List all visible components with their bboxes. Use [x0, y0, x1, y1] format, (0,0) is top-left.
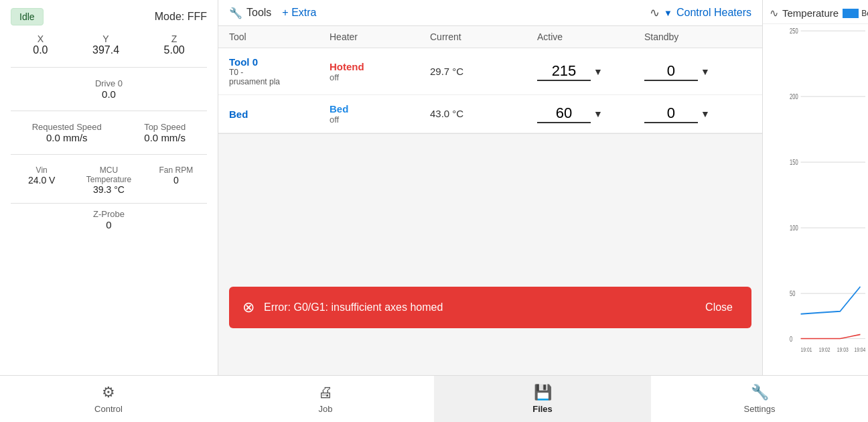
speed-section: Requested Speed 0.0 mm/s Top Speed 0.0 m… — [11, 122, 207, 143]
header-standby: Standby — [644, 31, 751, 42]
error-circle-icon: ⊗ — [242, 299, 255, 316]
hotend-name: Hotend — [330, 61, 430, 72]
hotend-standby-dropdown[interactable]: ▼ — [701, 66, 710, 77]
req-speed-value: 0.0 mm/s — [32, 132, 102, 143]
tool0-sub2: prusament pla — [229, 77, 330, 86]
vin-value: 24.0 V — [11, 175, 72, 186]
bed-tool-cell: Bed — [229, 109, 330, 120]
tool0-sub1: T0 - — [229, 68, 330, 77]
coord-x: X 0.0 — [33, 33, 48, 56]
nav-job[interactable]: 🖨 Job — [217, 376, 434, 422]
header-current: Current — [430, 31, 537, 42]
heater-table: Tool Heater Current Active Standby Tool … — [218, 26, 762, 134]
hotend-active-input[interactable] — [537, 62, 591, 81]
tools-label: Tools — [246, 7, 271, 19]
chart-icon: ∿ — [650, 5, 660, 20]
mcu-label: MCU Temperature — [78, 165, 139, 184]
status-badge: Idle — [11, 8, 44, 25]
files-icon: 💾 — [534, 384, 552, 401]
svg-text:19:01: 19:01 — [801, 346, 812, 353]
nav-control-label: Control — [94, 404, 123, 414]
drive-section: Drive 0 0.0 — [11, 78, 207, 100]
control-icon: ⚙ — [102, 384, 115, 401]
tools-section[interactable]: 🔧 Tools — [229, 7, 271, 19]
svg-text:50: 50 — [790, 290, 795, 297]
bed-standby-dropdown[interactable]: ▼ — [701, 109, 710, 119]
bed-tool-name[interactable]: Bed — [229, 109, 330, 120]
toolbar: 🔧 Tools + Extra ∿ ▼ Control Heaters — [218, 0, 762, 26]
close-error-button[interactable]: Close — [700, 299, 738, 316]
extra-section[interactable]: + Extra — [282, 7, 316, 19]
center-panel: 🔧 Tools + Extra ∿ ▼ Control Heaters Tool… — [218, 0, 762, 375]
top-speed: Top Speed 0.0 mm/s — [144, 122, 186, 143]
extra-label: + Extra — [282, 7, 316, 19]
chart-legend: Bed — [843, 9, 868, 18]
svg-text:19:02: 19:02 — [819, 346, 830, 353]
bed-standby-input[interactable] — [644, 104, 698, 123]
coords-row: X 0.0 Y 397.4 Z 5.00 — [11, 33, 207, 56]
req-speed: Requested Speed 0.0 mm/s — [32, 122, 102, 143]
status-row: Idle Mode: FFF — [11, 8, 207, 25]
mcu-value: 39.3 °C — [78, 184, 139, 195]
svg-text:19:03: 19:03 — [837, 346, 849, 353]
bed-heater-status: off — [330, 115, 430, 125]
header-heater: Heater — [330, 31, 430, 42]
chart-header: ∿ Temperature Bed — [763, 0, 868, 24]
nav-control[interactable]: ⚙ Control — [0, 376, 217, 422]
hotend-active-control[interactable]: ▼ — [537, 62, 644, 81]
bed-current: 43.0 °C — [430, 108, 537, 120]
right-panel: ∿ Temperature Bed 250 200 150 100 50 0 — [762, 0, 868, 375]
control-heaters-section[interactable]: ∿ ▼ Control Heaters — [650, 5, 751, 20]
hotend-status: off — [330, 72, 430, 82]
fan-stat: Fan RPM 0 — [145, 165, 207, 186]
drive-value: 0.0 — [95, 88, 123, 100]
top-speed-value: 0.0 mm/s — [144, 132, 186, 143]
coord-z: Z 5.00 — [164, 33, 185, 56]
hotend-standby-input[interactable] — [644, 62, 698, 81]
mcu-stat: MCU Temperature 39.3 °C — [78, 165, 139, 195]
x-label: X — [33, 33, 48, 44]
hotend-current-value: 29.7 °C — [430, 66, 463, 77]
svg-text:19:04: 19:04 — [854, 346, 865, 353]
bed-active-dropdown[interactable]: ▼ — [593, 109, 603, 119]
vin-label: Vin — [11, 165, 72, 175]
drive-info: Drive 0 0.0 — [95, 78, 123, 100]
nav-files-label: Files — [532, 404, 553, 414]
svg-text:250: 250 — [790, 27, 798, 35]
control-heaters-label: Control Heaters — [676, 7, 751, 19]
legend-bed-box — [843, 9, 859, 18]
error-toast: ⊗ Error: G0/G1: insufficient axes homed … — [229, 287, 751, 328]
wrench-icon: 🔧 — [229, 7, 242, 19]
hotend-active-dropdown[interactable]: ▼ — [593, 66, 603, 77]
coord-y: Y 397.4 — [92, 33, 119, 56]
bed-heater-cell: Bed off — [330, 103, 430, 125]
hotend-cell: Hotend off — [330, 61, 430, 82]
hotend-current: 29.7 °C — [430, 66, 537, 78]
fan-label: Fan RPM — [145, 165, 207, 175]
tool0-cell: Tool 0 T0 - prusament pla — [229, 56, 330, 86]
nav-settings[interactable]: 🔧 Settings — [651, 376, 868, 422]
bed-active-control[interactable]: ▼ — [537, 104, 644, 123]
header-active: Active — [537, 31, 644, 42]
svg-text:100: 100 — [790, 224, 798, 232]
bed-heater-name: Bed — [330, 103, 430, 115]
x-value: 0.0 — [33, 44, 48, 56]
error-message: Error: G0/G1: insufficient axes homed — [264, 301, 691, 313]
table-row: Tool 0 T0 - prusament pla Hotend off 29.… — [218, 48, 762, 95]
vin-stat: Vin 24.0 V — [11, 165, 72, 186]
hotend-standby-control[interactable]: ▼ — [644, 62, 751, 81]
top-speed-label: Top Speed — [144, 122, 186, 132]
settings-icon: 🔧 — [751, 384, 769, 401]
nav-settings-label: Settings — [744, 404, 776, 414]
heater-table-header: Tool Heater Current Active Standby — [218, 26, 762, 48]
y-value: 397.4 — [92, 44, 119, 56]
svg-text:200: 200 — [790, 93, 798, 100]
dropdown-arrow-control: ▼ — [664, 8, 672, 18]
bed-standby-control[interactable]: ▼ — [644, 104, 751, 123]
bed-active-input[interactable] — [537, 104, 591, 123]
nav-files[interactable]: 💾 Files — [434, 376, 651, 422]
tool0-name[interactable]: Tool 0 — [229, 56, 330, 68]
y-label: Y — [92, 33, 119, 44]
chart-trend-icon: ∿ — [770, 7, 778, 19]
chart-area: 250 200 150 100 50 0 19:01 19:02 — [763, 24, 868, 375]
